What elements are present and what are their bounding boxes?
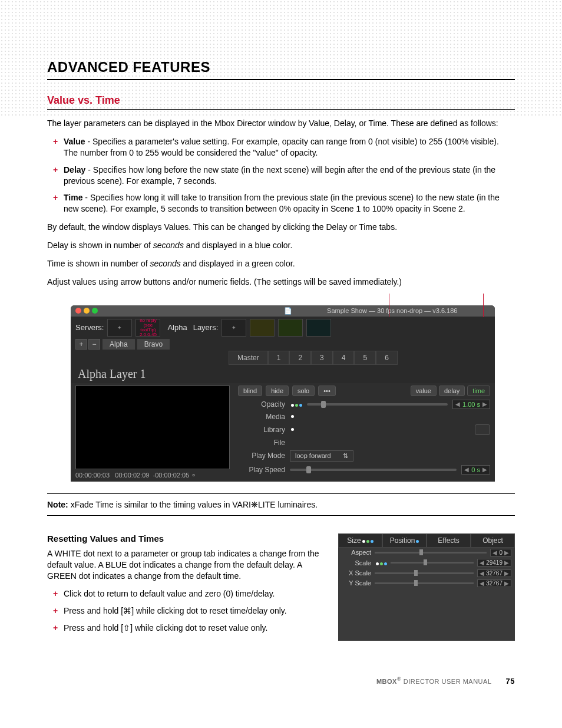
playspeed-label: Play Speed	[238, 466, 285, 474]
xscale-slider[interactable]	[375, 572, 474, 574]
effects-tab[interactable]: Effects	[427, 533, 471, 548]
screenshot-figure: 📄 Sample Show — 30 fps non-drop — v3.6.1…	[71, 305, 515, 482]
dot-indicator[interactable]	[291, 428, 294, 431]
dot-indicator[interactable]	[291, 415, 294, 418]
layer-thumbnail[interactable]	[306, 319, 331, 337]
delay-tab[interactable]: delay	[439, 386, 465, 396]
body-paragraph: Delay is shown in number of seconds and …	[47, 240, 515, 251]
media-label: Media	[238, 413, 285, 421]
value-tab[interactable]: value	[411, 386, 437, 396]
layer-tab[interactable]: 2	[289, 351, 311, 365]
server-noreply[interactable]: no reply (see toolTip) 2.0.0.45	[135, 319, 160, 337]
hide-button[interactable]: hide	[266, 386, 289, 396]
increment-icon[interactable]: ▶	[482, 466, 487, 473]
reset-paragraph: A WHITE dot next to a parameter or group…	[47, 548, 326, 582]
dots-indicator[interactable]	[290, 400, 302, 409]
note-label: Note:	[47, 500, 68, 509]
list-item: Press and hold [⇧] while clicking dot to…	[64, 622, 326, 634]
remove-button[interactable]: −	[88, 339, 100, 350]
layer-thumbnail[interactable]	[278, 319, 303, 337]
layer-thumbnail[interactable]: ✦	[222, 319, 246, 337]
layer-tab[interactable]: 5	[354, 351, 376, 365]
servers-label: Servers:	[75, 323, 104, 332]
playmode-label: Play Mode	[238, 452, 285, 460]
callout-line	[389, 294, 389, 317]
server-tab[interactable]: Alpha	[103, 339, 135, 350]
subheading-rule	[47, 109, 515, 110]
footer-product-name: MBOX® DIRECTOR USER MANUAL	[376, 676, 492, 685]
close-icon[interactable]	[75, 308, 81, 314]
body-paragraph: Time is shown in number of seconds and d…	[47, 258, 515, 269]
scale-slider[interactable]	[391, 562, 474, 564]
aspect-field[interactable]: ◀0▶	[490, 549, 511, 556]
term: Time	[64, 193, 82, 202]
heading-rule	[47, 79, 515, 80]
solo-button[interactable]: solo	[292, 386, 315, 396]
xscale-label: X Scale	[342, 569, 371, 577]
section-heading: ADVANCED FEATURES	[47, 59, 515, 75]
layer-title: Alpha Layer 1	[71, 365, 495, 383]
xscale-field[interactable]: ◀32767▶	[477, 569, 511, 577]
opacity-slider[interactable]	[307, 403, 448, 406]
layer-tab-master[interactable]: Master	[229, 351, 268, 365]
reset-list: Click dot to return to default value and…	[47, 588, 326, 634]
timecode-row: 00:00:00:03 00:00:02:09 -00:00:02:05 ⚬	[75, 472, 229, 479]
eye-button[interactable]	[475, 424, 490, 435]
layer-thumbnail[interactable]	[250, 319, 275, 337]
reset-dot-icon[interactable]: ⚬	[191, 472, 196, 479]
opacity-label: Opacity	[238, 400, 285, 409]
window-titlebar: 📄 Sample Show — 30 fps non-drop — v3.6.1…	[71, 305, 495, 317]
def-text: - Specifies how long before the new stat…	[64, 165, 495, 186]
blind-button[interactable]: blind	[238, 386, 262, 396]
dots-button[interactable]: •••	[318, 386, 336, 396]
server-thumbnail[interactable]: ✦	[107, 319, 132, 337]
decrement-icon[interactable]: ◀	[455, 401, 460, 407]
playspeed-field[interactable]: ◀0 s▶	[461, 465, 490, 475]
def-text: - Specifies how long it will take to tra…	[64, 193, 500, 213]
body-paragraph: By default, the window displays Values. …	[47, 222, 515, 233]
reset-heading: Resetting Values and Times	[47, 533, 326, 543]
aspect-slider[interactable]	[375, 552, 487, 554]
object-tab[interactable]: Object	[471, 533, 515, 548]
increment-icon[interactable]: ▶	[482, 401, 487, 407]
opacity-time-field[interactable]: ◀1.00 s▶	[452, 400, 490, 409]
decrement-icon[interactable]: ◀	[464, 466, 469, 473]
server-tab[interactable]: Bravo	[137, 339, 170, 350]
dropdown-arrows-icon: ⇅	[343, 452, 348, 460]
time-tab[interactable]: time	[467, 386, 490, 396]
page-footer: MBOX® DIRECTOR USER MANUAL 75	[47, 676, 515, 686]
minimize-icon[interactable]	[84, 308, 90, 314]
zoom-icon[interactable]	[92, 308, 98, 314]
playspeed-slider[interactable]	[290, 469, 457, 471]
yscale-slider[interactable]	[375, 582, 474, 584]
page-number: 75	[506, 677, 515, 686]
list-item: Time - Specifies how long it will take t…	[64, 192, 515, 215]
position-tab[interactable]: Position	[382, 533, 427, 548]
intro-paragraph: The layer parameters can be displayed in…	[47, 118, 515, 129]
list-item: Delay - Specifies how long before the ne…	[64, 164, 515, 187]
app-screenshot: 📄 Sample Show — 30 fps non-drop — v3.6.1…	[71, 305, 495, 482]
traffic-lights[interactable]	[75, 308, 98, 314]
layer-tab[interactable]: 6	[376, 351, 398, 365]
dots-indicator[interactable]	[375, 559, 387, 567]
add-button[interactable]: +	[75, 339, 87, 350]
document-icon: 📄	[284, 307, 292, 315]
callout-line	[483, 294, 484, 317]
layer-tab[interactable]: 1	[268, 351, 290, 365]
playmode-dropdown[interactable]: loop forward⇅	[290, 450, 353, 462]
subsection-heading: Value vs. Time	[47, 94, 515, 107]
yscale-field[interactable]: ◀32767▶	[477, 579, 511, 587]
size-tab[interactable]: Size	[338, 533, 382, 548]
library-label: Library	[238, 426, 285, 434]
term: Value	[64, 137, 85, 146]
window-title: Sample Show — 30 fps non-drop — v3.6.186	[327, 307, 457, 314]
layer-tab[interactable]: 4	[333, 351, 355, 365]
list-item: Click dot to return to default value and…	[64, 588, 326, 599]
scale-field[interactable]: ◀29419▶	[477, 559, 511, 566]
note-block: Note: xFade Time is similar to the timin…	[47, 493, 515, 516]
note-text: xFade Time is similar to the timing valu…	[68, 500, 318, 509]
preview-video	[75, 386, 230, 469]
def-text: - Specifies a parameter's value setting.…	[64, 137, 499, 157]
term: Delay	[64, 165, 85, 174]
layer-tab[interactable]: 3	[311, 351, 333, 365]
